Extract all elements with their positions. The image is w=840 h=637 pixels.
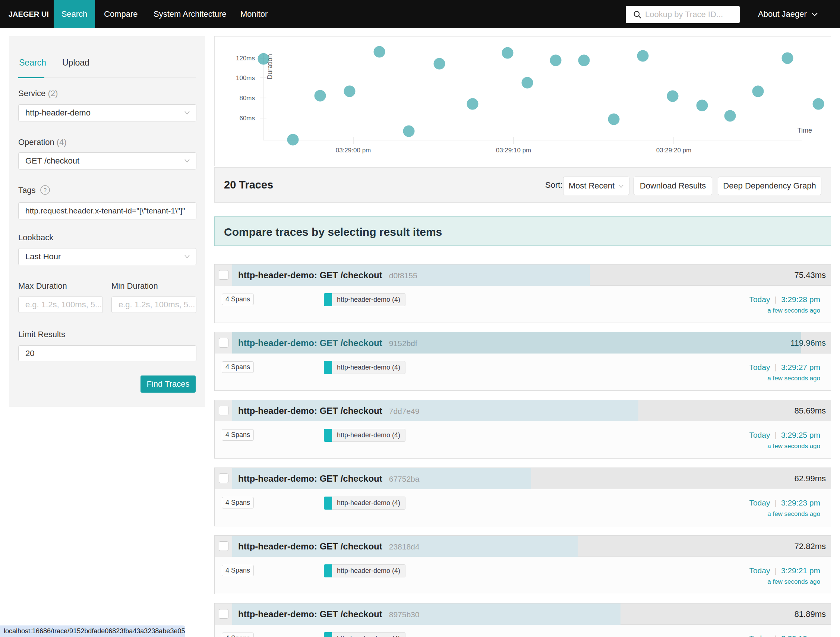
svg-text:60ms: 60ms xyxy=(239,115,255,122)
svg-text:03:29:00 pm: 03:29:00 pm xyxy=(336,147,371,154)
svg-text:Time: Time xyxy=(797,127,812,134)
svg-text:80ms: 80ms xyxy=(239,95,255,102)
svg-text:03:29:10 pm: 03:29:10 pm xyxy=(496,147,531,154)
svg-text:100ms: 100ms xyxy=(236,74,255,82)
svg-text:120ms: 120ms xyxy=(236,55,255,62)
svg-text:?: ? xyxy=(43,187,46,193)
svg-text:03:29:20 pm: 03:29:20 pm xyxy=(656,147,692,154)
